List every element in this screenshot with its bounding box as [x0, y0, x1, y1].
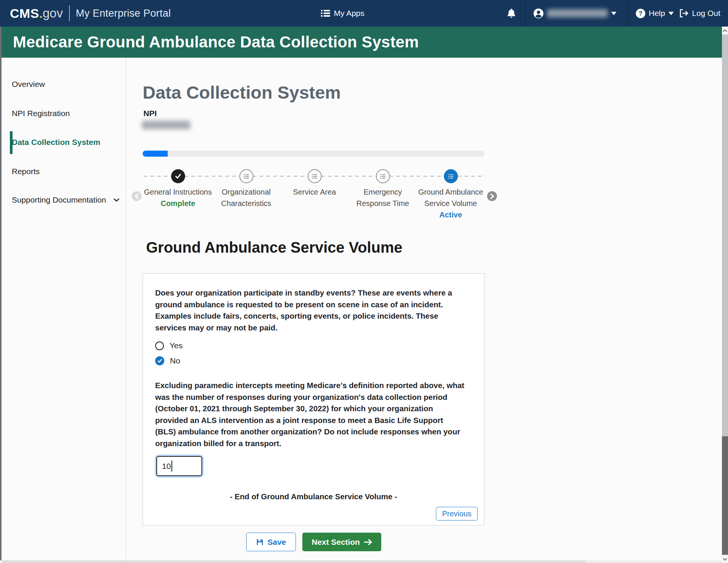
step-ground-ambulance-service-volume: Ground Ambulance Service Volume Active	[416, 167, 485, 220]
nav-divider	[628, 0, 628, 27]
npi-value-redacted	[142, 121, 190, 129]
scroll-up-arrow[interactable]	[722, 27, 728, 35]
help-icon: ?	[636, 9, 645, 18]
app-header: Medicare Ground Ambulance Data Collectio…	[0, 27, 722, 58]
next-section-button[interactable]: Next Section	[302, 533, 381, 551]
user-name-redacted	[547, 9, 608, 17]
step-organizational-characteristics: Organizational Characteristics	[212, 167, 281, 209]
nav-divider	[525, 0, 525, 27]
logout-icon	[679, 9, 689, 18]
save-label: Save	[267, 538, 286, 547]
chevron-right-icon	[490, 193, 495, 199]
scroll-down-arrow[interactable]	[722, 555, 728, 563]
my-apps-button[interactable]: My Apps	[321, 0, 365, 27]
cms-logo[interactable]: CMS.gov My Enterprise Portal	[10, 0, 171, 27]
stepper-next-arrow[interactable]	[487, 191, 497, 201]
horizontal-scrollbar[interactable]	[2, 560, 722, 563]
save-icon	[256, 538, 264, 546]
radio-unchecked-icon[interactable]	[155, 341, 164, 350]
cms-logo-dot: .	[39, 6, 42, 21]
logout-label: Log Out	[692, 9, 720, 18]
sidebar: Overview NPI Registration Data Collectio…	[2, 58, 126, 560]
sidebar-item-npi-registration[interactable]: NPI Registration	[12, 109, 120, 118]
list-icon[interactable]	[308, 169, 322, 183]
step-emergency-response-time: Emergency Response Time	[348, 167, 417, 209]
end-of-section-text: - End of Ground Ambulance Service Volume…	[143, 492, 484, 501]
cms-logo-gov: gov	[43, 6, 63, 20]
radio-option-no[interactable]: No	[155, 356, 180, 365]
responses-input[interactable]	[156, 456, 202, 476]
notifications-button[interactable]	[507, 0, 516, 27]
page: CMS.gov My Enterprise Portal My Apps	[0, 0, 728, 563]
save-button[interactable]: Save	[246, 533, 296, 551]
progress-bar-fill	[143, 151, 168, 157]
radio-option-yes[interactable]: Yes	[155, 341, 182, 350]
brand-separator	[69, 5, 70, 21]
vertical-scrollbar-thumb[interactable]	[722, 436, 728, 555]
text-caret	[171, 461, 172, 472]
section-title: Ground Ambulance Service Volume	[146, 239, 403, 256]
radio-checked-icon[interactable]	[155, 356, 164, 365]
check-icon[interactable]	[171, 169, 185, 183]
my-apps-label: My Apps	[334, 9, 365, 18]
arrow-right-icon	[364, 539, 372, 546]
bell-icon	[507, 8, 516, 18]
svg-text:?: ?	[639, 10, 643, 17]
cms-logo-text: CMS	[10, 6, 39, 21]
app-title: Medicare Ground Ambulance Data Collectio…	[13, 33, 419, 51]
section-stepper: General Instructions Complete Organizati…	[143, 167, 486, 224]
list-icon	[321, 9, 330, 17]
responses-input-wrap	[156, 456, 202, 476]
chevron-down-icon	[113, 197, 120, 203]
chevron-left-icon	[134, 193, 139, 199]
sidebar-item-reports[interactable]: Reports	[12, 167, 120, 176]
previous-button[interactable]: Previous	[436, 507, 478, 521]
step-general-instructions: General Instructions Complete	[143, 167, 212, 209]
user-icon	[533, 8, 544, 19]
top-navbar: CMS.gov My Enterprise Portal My Apps	[0, 0, 728, 27]
logout-button[interactable]: Log Out	[679, 0, 720, 27]
horizontal-scrollbar-thumb[interactable]	[2, 560, 586, 563]
sidebar-item-data-collection-system[interactable]: Data Collection System	[12, 138, 120, 147]
help-menu[interactable]: ? Help	[636, 0, 674, 27]
progress-bar	[143, 151, 484, 157]
help-label: Help	[649, 9, 665, 18]
npi-label: NPI	[143, 109, 157, 118]
sidebar-item-overview[interactable]: Overview	[12, 80, 120, 89]
question-card: Does your organization participate in st…	[143, 273, 484, 525]
sidebar-item-supporting-documentation[interactable]: Supporting Documentation	[12, 195, 120, 204]
portal-title: My Enterprise Portal	[76, 8, 171, 19]
next-section-label: Next Section	[311, 538, 360, 547]
list-icon[interactable]	[444, 169, 458, 183]
caret-down-icon	[611, 12, 616, 15]
vertical-scrollbar[interactable]	[722, 27, 728, 563]
user-menu[interactable]	[533, 0, 616, 27]
question-responses-count: Excluding paramedic intercepts meeting M…	[155, 380, 464, 449]
stepper-previous-arrow[interactable]	[132, 191, 142, 201]
list-icon[interactable]	[239, 169, 253, 183]
list-icon[interactable]	[376, 169, 390, 183]
step-service-area: Service Area	[280, 167, 349, 198]
question-standby-events: Does your organization participate in st…	[155, 287, 464, 333]
page-title: Data Collection System	[143, 82, 341, 103]
caret-down-icon	[668, 12, 674, 15]
